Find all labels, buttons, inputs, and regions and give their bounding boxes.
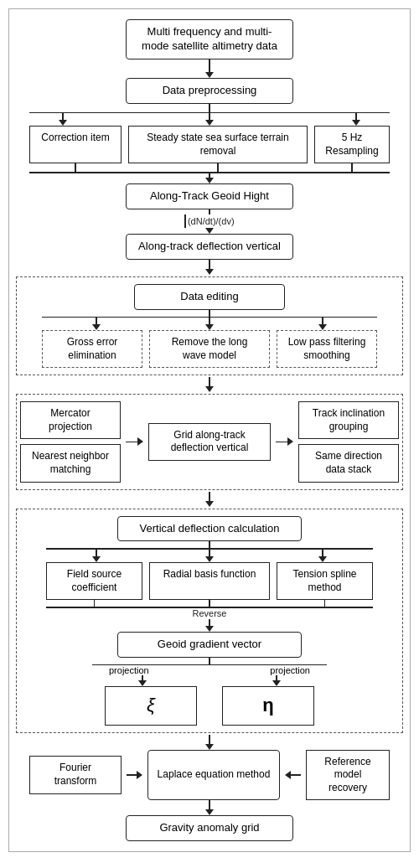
low-pass-node: Low pass filtering smoothing [277, 330, 377, 368]
arrow-merge [205, 173, 214, 183]
correction-item-node: Correction item [29, 126, 122, 163]
reverse-label: Reverse [193, 608, 227, 618]
remove-long-node: Remove the long wave model [149, 330, 270, 368]
row-3boxes: Correction item Steady state sea surface… [29, 126, 390, 163]
deflection-vertical-node: Along-track deflection vertical [126, 234, 293, 260]
fourier-node: Fourier transform [29, 756, 122, 793]
grid-section: Mercator projection Nearest neighbor mat… [16, 394, 403, 489]
left-col: Mercator projection Nearest neighbor mat… [20, 401, 121, 482]
laplace-row: Fourier transform Laplace equation metho… [29, 750, 390, 801]
arrow-1 [205, 59, 214, 78]
field-source-node: Field source coefficient [46, 562, 142, 600]
preprocessing-node: Data preprocessing [126, 78, 293, 104]
data-editing-section: Data editing [16, 276, 403, 376]
grid-along-track-node: Grid along-track deflection vertical [148, 423, 271, 461]
nearest-neighbor-node: Nearest neighbor matching [20, 444, 121, 482]
ref-arrow [285, 771, 301, 779]
geoid-hight-node: Along-Track Geoid Hight [126, 183, 293, 209]
arrow-5 [205, 735, 214, 750]
merge-arrows [29, 163, 390, 172]
track-inclination-node: Track inclination grouping [298, 401, 399, 439]
arrow-4 [205, 492, 214, 507]
projection-label-2: projection [270, 665, 310, 675]
arrow-2 [205, 260, 214, 275]
fourier-arrow [127, 771, 142, 779]
reference-model-node: Reference model recovery [306, 750, 390, 801]
projection-label-1: projection [109, 665, 149, 675]
right-arrow [276, 437, 293, 446]
fourier-col: Fourier transform [29, 756, 122, 793]
gravity-anomaly-node: Gravity anomaly grid [126, 815, 293, 841]
eta-node: η [222, 686, 314, 726]
laplace-node: Laplace equation method [147, 750, 280, 800]
arrow-3 [205, 377, 214, 392]
flowchart: Multi frequency and multi-mode satellite… [8, 8, 411, 852]
formula-label: (dN/dt)/(dv) [188, 216, 235, 226]
left-arrow [126, 437, 143, 446]
geoid-gradient-node: Geoid gradient vector [117, 632, 302, 658]
steady-state-node: Steady state sea surface terrain removal [128, 126, 308, 163]
formula-section: (dN/dt)/(dv) [184, 209, 234, 234]
same-direction-node: Same direction data stack [298, 444, 399, 482]
xi-eta-row: ξ η [92, 686, 327, 726]
right-col: Track inclination grouping Same directio… [298, 401, 399, 482]
vertical-deflection-section: Vertical deflection calculation [16, 509, 403, 733]
vertical-deflection-node: Vertical deflection calculation [117, 516, 302, 542]
data-editing-node: Data editing [134, 284, 285, 310]
top-node: Multi frequency and multi-mode satellite… [126, 19, 293, 59]
mercator-node: Mercator projection [20, 401, 121, 439]
grid-row: Mercator projection Nearest neighbor mat… [20, 401, 399, 482]
resampling-node: 5 Hz Resampling [314, 126, 390, 163]
arrow-6 [205, 800, 214, 815]
xi-node: ξ [105, 686, 197, 726]
tension-spline-node: Tension spline method [277, 562, 373, 600]
gross-error-node: Gross error elimination [42, 330, 142, 368]
radial-basis-node: Radial basis function [149, 562, 270, 600]
branch-1 [16, 104, 403, 127]
